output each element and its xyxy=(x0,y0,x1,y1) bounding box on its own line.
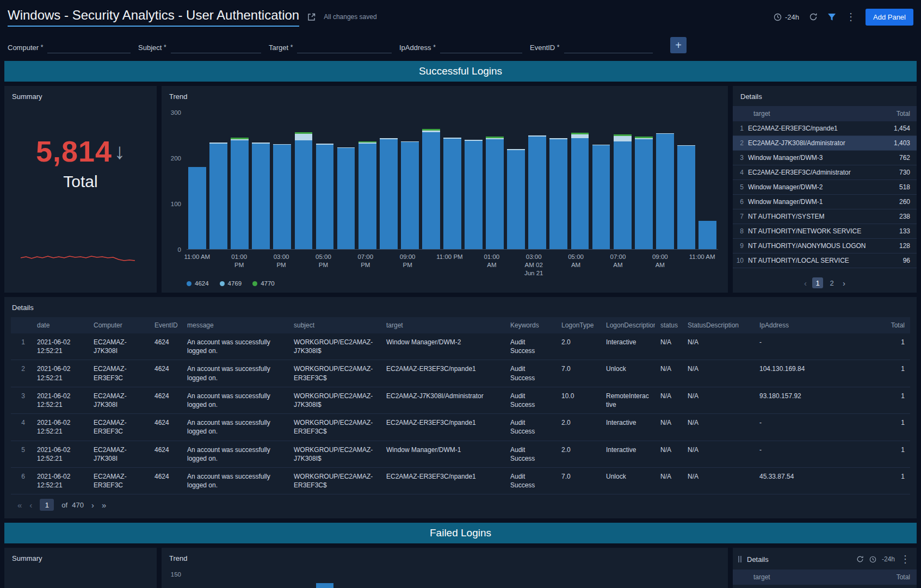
filter-icon[interactable] xyxy=(827,13,836,21)
target-row[interactable]: 7NT AUTHORITY/SYSTEM238 xyxy=(733,209,917,224)
trend-bar[interactable] xyxy=(654,113,676,249)
trend-bar[interactable] xyxy=(229,113,250,249)
target-column-header[interactable]: target xyxy=(748,106,882,121)
trend-bar[interactable] xyxy=(484,574,505,588)
event-row[interactable]: 12021-06-02 12:52:21EC2AMAZ-J7K308I4624A… xyxy=(11,333,910,360)
trend-bar[interactable] xyxy=(378,113,399,249)
next-page-chevron-icon[interactable]: › xyxy=(843,278,845,288)
add-filter-button[interactable]: + xyxy=(670,37,687,53)
target-column-header[interactable]: target xyxy=(748,570,882,585)
trend-bar[interactable] xyxy=(612,574,633,588)
column-header-total[interactable]: Total xyxy=(815,317,910,333)
trend-bar[interactable] xyxy=(336,113,357,249)
pagination-page-2[interactable]: 2 xyxy=(826,277,837,288)
trend-bar[interactable] xyxy=(463,113,484,249)
trend-bar[interactable] xyxy=(399,574,421,588)
trend-bar[interactable] xyxy=(548,574,569,588)
total-column-header[interactable]: Total xyxy=(882,570,917,585)
filter-input-ipaddress[interactable] xyxy=(440,41,522,53)
drag-handle-icon[interactable] xyxy=(738,556,741,562)
last-page-icon[interactable]: » xyxy=(102,500,106,510)
trend-bar[interactable] xyxy=(271,574,293,588)
column-header-target[interactable]: target xyxy=(381,317,505,333)
trend-bar[interactable] xyxy=(187,113,208,249)
target-row[interactable]: 2EC2AMAZ-J7K308I/Administrator1,403 xyxy=(733,136,917,151)
trend-bar[interactable] xyxy=(569,113,590,249)
filter-input-target[interactable] xyxy=(297,41,392,53)
column-header-statusdescription[interactable]: StatusDescription xyxy=(682,317,754,333)
trend-bar[interactable] xyxy=(633,113,654,249)
column-header-message[interactable]: message xyxy=(182,317,288,333)
column-header-logontype[interactable]: LogonType xyxy=(556,317,601,333)
legend-item-4770[interactable]: 4770 xyxy=(252,280,275,287)
target-row[interactable]: 5Window Manager/DWM-2518 xyxy=(733,180,917,195)
trend-bar[interactable] xyxy=(421,574,442,588)
section-header-successful-logins[interactable]: Successful Logins xyxy=(4,61,917,82)
trend-bar[interactable] xyxy=(357,574,378,588)
trend-bar[interactable] xyxy=(442,113,463,249)
event-row[interactable]: 62021-06-02 12:52:21EC2AMAZ-ER3EF3C4624A… xyxy=(11,467,910,494)
target-row[interactable]: 6Window Manager/DWM-1260 xyxy=(733,195,917,209)
event-row[interactable]: 22021-06-02 12:52:21EC2AMAZ-ER3EF3C4624A… xyxy=(11,360,910,387)
kebab-menu-icon[interactable]: ⋮ xyxy=(900,554,910,564)
trend-bar[interactable] xyxy=(654,574,676,588)
target-row[interactable]: 1null/ADMINISTRATOR1,921 xyxy=(733,585,917,588)
current-page-box[interactable]: 1 xyxy=(40,499,54,511)
prev-page-icon[interactable]: ‹ xyxy=(29,500,32,510)
legend-item-4769[interactable]: 4769 xyxy=(220,280,242,287)
add-panel-button[interactable]: Add Panel xyxy=(866,9,913,26)
trend-bar[interactable] xyxy=(548,113,569,249)
trend-bar[interactable] xyxy=(421,113,442,249)
trend-bar[interactable] xyxy=(612,113,633,249)
trend-bar[interactable] xyxy=(314,574,335,588)
trend-bar[interactable] xyxy=(357,113,378,249)
column-header-computer[interactable]: Computer xyxy=(88,317,149,333)
trend-bar[interactable] xyxy=(293,113,314,249)
trend-bar[interactable] xyxy=(676,574,697,588)
trend-bar[interactable] xyxy=(697,113,718,249)
trend-bar[interactable] xyxy=(399,113,421,249)
target-row[interactable]: 3Window Manager/DWM-3762 xyxy=(733,151,917,165)
clock-icon[interactable] xyxy=(869,556,876,563)
target-row[interactable]: 10NT AUTHORITY/LOCAL SERVICE96 xyxy=(733,253,917,268)
column-header-keywords[interactable]: Keywords xyxy=(505,317,556,333)
trend-bar[interactable] xyxy=(293,574,314,588)
trend-bar[interactable] xyxy=(527,113,548,249)
trend-bar[interactable] xyxy=(505,574,527,588)
filter-input-computer[interactable] xyxy=(47,41,131,53)
refresh-icon[interactable] xyxy=(856,555,864,563)
trend-bar[interactable] xyxy=(314,113,335,249)
share-icon[interactable] xyxy=(307,13,316,22)
trend-bar[interactable] xyxy=(208,113,229,249)
time-range-control[interactable]: -24h xyxy=(774,13,799,21)
trend-bar[interactable] xyxy=(527,574,548,588)
first-page-icon[interactable]: « xyxy=(17,500,22,510)
trend-bar[interactable] xyxy=(250,574,271,588)
trend-bar[interactable] xyxy=(336,574,357,588)
section-header-failed-logins[interactable]: Failed Logins xyxy=(4,523,917,543)
kebab-menu-icon[interactable]: ⋮ xyxy=(846,12,856,22)
prev-page-chevron-icon[interactable]: ‹ xyxy=(804,278,807,288)
filter-input-eventid[interactable] xyxy=(564,41,653,53)
trend-bar[interactable] xyxy=(569,574,590,588)
trend-bar[interactable] xyxy=(676,113,697,249)
trend-bar[interactable] xyxy=(463,574,484,588)
trend-bar[interactable] xyxy=(208,574,229,588)
trend-bar[interactable] xyxy=(633,574,654,588)
refresh-icon[interactable] xyxy=(809,13,818,21)
column-header-logondescription[interactable]: LogonDescription xyxy=(601,317,655,333)
target-row[interactable]: 4EC2AMAZ-ER3EF3C/Administrator730 xyxy=(733,165,917,180)
column-header-status[interactable]: status xyxy=(655,317,682,333)
trend-bar[interactable] xyxy=(378,574,399,588)
page-title[interactable]: Windows - Security Analytics - User Auth… xyxy=(8,8,299,27)
filter-input-subject[interactable] xyxy=(171,41,261,53)
column-header-subject[interactable]: subject xyxy=(288,317,381,333)
trend-bar[interactable] xyxy=(484,113,505,249)
trend-bar[interactable] xyxy=(250,113,271,249)
column-header-ipaddress[interactable]: IpAddress xyxy=(754,317,815,333)
target-row[interactable]: 9NT AUTHORITY/ANONYMOUS LOGON128 xyxy=(733,239,917,253)
trend-bar[interactable] xyxy=(271,113,293,249)
event-row[interactable]: 32021-06-02 12:52:21EC2AMAZ-J7K308I4624A… xyxy=(11,387,910,413)
trend-bar[interactable] xyxy=(442,574,463,588)
column-header-date[interactable]: date xyxy=(32,317,88,333)
